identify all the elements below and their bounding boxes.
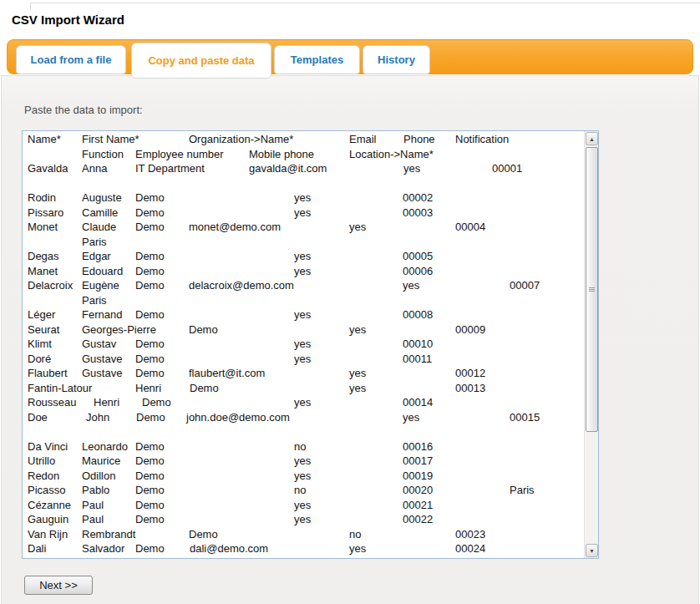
tab-label: Copy and paste data [148,54,254,67]
paste-cell: Mobile phone [249,148,314,160]
paste-cell: Seurat [28,323,59,336]
paste-cell: Salvador [82,542,124,555]
paste-cell: Employee number [135,148,224,160]
scroll-up-button[interactable]: ▲ [586,132,598,145]
paste-cell: yes [403,411,419,424]
down-arrow-icon: ▼ [589,548,595,554]
paste-cell: 00003 [403,206,433,219]
paste-cell: Name* [28,133,61,145]
tab-history[interactable]: History [363,45,430,74]
paste-cell: Demo [142,396,171,409]
paste-cell: Paris [82,236,107,248]
paste-line: PissaroCamilleDemoyes00003 [28,206,583,221]
paste-line: LégerFernandDemoyes00008 [28,308,583,323]
paste-cell: Demo [135,454,165,467]
tab-label: History [378,53,415,66]
window-top-edge-tick [30,3,31,10]
paste-cell: Location->Name* [349,148,434,160]
paste-line: KlimtGustavDemoyes00010 [28,338,583,353]
paste-instruction-label: Paste the data to import: [24,104,143,116]
paste-cell: Anna [82,162,107,175]
paste-cell: Demo [135,484,165,496]
paste-cell: Maurice [82,454,120,467]
tab-copy-and-paste-data[interactable]: Copy and paste data [131,43,271,79]
paste-cell: Pablo [82,484,109,496]
paste-line: DaliSalvadorDemodali@demo.comyes00024 [28,542,583,557]
paste-cell: yes [294,499,311,511]
up-arrow-icon: ▲ [589,136,595,142]
paste-cell: yes [294,353,311,365]
next-button[interactable]: Next >> [24,576,93,595]
paste-cell: Gustave [82,367,122,379]
vertical-scrollbar[interactable]: ▲ ▼ [584,131,598,558]
paste-cell: Demo [135,338,165,350]
paste-cell: 00013 [455,382,485,394]
scrollbar-thumb[interactable] [586,147,598,432]
paste-line: DoeJohnDemojohn.doe@demo.comyes00015 [28,411,583,426]
paste-cell: Demo [190,382,219,394]
paste-cell: Demo [135,513,165,525]
paste-cell: john.doe@demo.com [186,411,290,424]
paste-cell: yes [294,513,311,525]
paste-cell: Demo [135,265,165,277]
paste-cell: Demo [135,206,165,219]
tab-load-from-a-file[interactable]: Load from a file [16,45,126,74]
paste-line: PicassoPabloDemono00020Paris [28,484,583,499]
scroll-down-button[interactable]: ▼ [586,544,598,557]
paste-line: Paris [28,236,583,251]
paste-cell: 00007 [510,279,540,292]
paste-cell: delacroix@demo.com [189,279,294,292]
paste-cell: Demo [189,323,218,336]
tab-bar: Load from a file Copy and paste data Tem… [7,39,693,74]
paste-cell: Doe [28,411,48,424]
paste-cell: Van Rijn [28,528,68,541]
paste-cell: 00016 [403,440,433,453]
paste-cell: dali@demo.com [190,542,268,555]
window-top-edge [30,3,700,3]
paste-cell: Odillon [82,469,115,482]
paste-cell: Henri [135,382,161,394]
paste-cell: Cézanne [28,499,71,511]
tab-templates[interactable]: Templates [274,45,360,74]
paste-cell: Demo [135,250,165,262]
paste-cell: yes [294,191,311,204]
paste-line [28,177,583,192]
paste-cell: Fantin-Latour [28,382,92,394]
paste-cell: flaubert@it.com [189,367,265,379]
paste-cell: Degas [28,250,59,262]
paste-cell: 00006 [403,265,433,277]
paste-cell: no [294,484,306,496]
paste-cell: 00002 [403,191,433,204]
paste-cell: yes [294,338,311,350]
paste-cell: Demo [135,279,165,292]
paste-cell: 00020 [403,484,433,496]
paste-line: RousseauHenriDemoyes00014 [28,396,583,411]
paste-cell: 00019 [403,469,433,482]
paste-cell: Klimt [28,338,52,350]
paste-cell: Claude [82,221,116,233]
paste-cell: 00004 [455,221,485,233]
paste-line: UtrilloMauriceDemoyes00017 [28,454,583,469]
paste-cell: 00024 [455,542,485,555]
paste-line: CézannePaulDemoyes00021 [28,499,583,514]
paste-cell: Monet [28,221,58,233]
paste-line: SeuratGeorges-PierreDemoyes00009 [28,323,583,338]
paste-cell: Demo [135,440,165,453]
paste-cell: 00008 [403,308,433,321]
paste-line: Fantin-LatourHenriDemoyes00013 [28,382,583,397]
paste-textarea[interactable]: Name*First Name*Organization->Name*Email… [22,130,599,559]
tab-label: Templates [291,53,343,66]
paste-cell: yes [294,469,311,482]
paste-cell: Edouard [82,265,123,277]
paste-line: GauguinPaulDemoyes00022 [28,513,583,528]
paste-cell: Dali [28,542,46,555]
paste-cell: Edgar [82,250,111,262]
paste-cell: Rousseau [28,396,77,409]
paste-cell: 00022 [403,513,433,525]
paste-cell: Paris [510,484,535,496]
paste-cell: yes [294,250,311,262]
paste-cell: 00009 [455,323,485,336]
paste-cell: yes [349,382,366,394]
paste-cell: Function [82,148,124,160]
paste-cell: yes [294,454,311,467]
